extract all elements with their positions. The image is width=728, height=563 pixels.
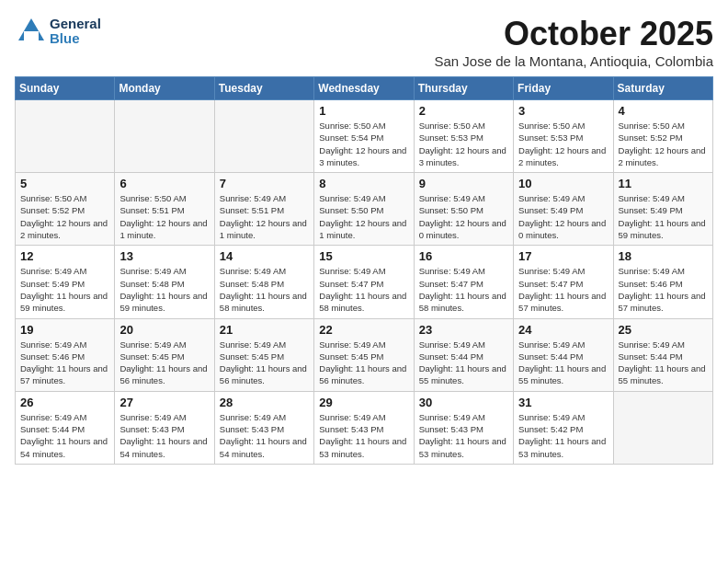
table-row: 29Sunrise: 5:49 AM Sunset: 5:43 PM Dayli… — [314, 391, 414, 464]
day-info: Sunrise: 5:49 AM Sunset: 5:43 PM Dayligh… — [119, 411, 209, 460]
table-row: 5Sunrise: 5:50 AM Sunset: 5:52 PM Daylig… — [16, 173, 115, 246]
day-info: Sunrise: 5:49 AM Sunset: 5:46 PM Dayligh… — [20, 339, 109, 387]
day-number: 30 — [419, 396, 508, 409]
table-row: 7Sunrise: 5:49 AM Sunset: 5:51 PM Daylig… — [214, 173, 313, 246]
day-number: 6 — [119, 177, 209, 190]
day-info: Sunrise: 5:49 AM Sunset: 5:43 PM Dayligh… — [319, 411, 408, 460]
table-row: 31Sunrise: 5:49 AM Sunset: 5:42 PM Dayli… — [514, 391, 613, 464]
day-number: 12 — [20, 249, 109, 263]
day-number: 27 — [119, 396, 209, 409]
day-info: Sunrise: 5:49 AM Sunset: 5:49 PM Dayligh… — [20, 265, 109, 314]
day-info: Sunrise: 5:49 AM Sunset: 5:43 PM Dayligh… — [419, 411, 508, 460]
day-info: Sunrise: 5:49 AM Sunset: 5:47 PM Dayligh… — [518, 265, 608, 314]
day-info: Sunrise: 5:49 AM Sunset: 5:48 PM Dayligh… — [119, 265, 209, 314]
day-number: 17 — [518, 249, 608, 263]
logo-general: General — [50, 17, 101, 32]
table-row: 3Sunrise: 5:50 AM Sunset: 5:53 PM Daylig… — [514, 100, 613, 173]
table-row: 16Sunrise: 5:49 AM Sunset: 5:47 PM Dayli… — [414, 246, 513, 318]
table-row — [115, 100, 214, 173]
table-row: 27Sunrise: 5:49 AM Sunset: 5:43 PM Dayli… — [115, 391, 214, 464]
col-thursday: Thursday — [414, 77, 513, 100]
day-info: Sunrise: 5:49 AM Sunset: 5:48 PM Dayligh… — [220, 265, 309, 314]
table-row: 22Sunrise: 5:49 AM Sunset: 5:45 PM Dayli… — [314, 318, 414, 391]
table-row — [214, 100, 313, 173]
calendar-week-row: 5Sunrise: 5:50 AM Sunset: 5:52 PM Daylig… — [16, 173, 713, 246]
table-row: 18Sunrise: 5:49 AM Sunset: 5:46 PM Dayli… — [613, 246, 712, 318]
day-number: 1 — [319, 104, 408, 118]
day-info: Sunrise: 5:49 AM Sunset: 5:46 PM Dayligh… — [619, 265, 708, 314]
table-row — [16, 100, 115, 173]
day-number: 18 — [619, 249, 708, 263]
day-info: Sunrise: 5:49 AM Sunset: 5:45 PM Dayligh… — [119, 339, 209, 387]
logo-text: General Blue — [50, 17, 101, 47]
calendar-week-row: 1Sunrise: 5:50 AM Sunset: 5:54 PM Daylig… — [16, 100, 713, 173]
table-row: 8Sunrise: 5:49 AM Sunset: 5:50 PM Daylig… — [314, 173, 414, 246]
day-info: Sunrise: 5:49 AM Sunset: 5:42 PM Dayligh… — [518, 411, 608, 460]
calendar-week-row: 26Sunrise: 5:49 AM Sunset: 5:44 PM Dayli… — [16, 391, 713, 464]
table-row — [613, 391, 712, 464]
day-number: 31 — [518, 396, 608, 409]
day-info: Sunrise: 5:49 AM Sunset: 5:51 PM Dayligh… — [220, 192, 309, 241]
day-info: Sunrise: 5:49 AM Sunset: 5:43 PM Dayligh… — [220, 411, 309, 460]
table-row: 26Sunrise: 5:49 AM Sunset: 5:44 PM Dayli… — [16, 391, 115, 464]
col-wednesday: Wednesday — [314, 77, 414, 100]
day-number: 21 — [220, 323, 309, 337]
day-number: 3 — [518, 104, 608, 118]
day-info: Sunrise: 5:50 AM Sunset: 5:54 PM Dayligh… — [319, 120, 408, 168]
day-number: 5 — [20, 177, 109, 190]
table-row: 28Sunrise: 5:49 AM Sunset: 5:43 PM Dayli… — [214, 391, 313, 464]
table-row: 6Sunrise: 5:50 AM Sunset: 5:51 PM Daylig… — [115, 173, 214, 246]
day-info: Sunrise: 5:49 AM Sunset: 5:49 PM Dayligh… — [619, 192, 708, 241]
day-number: 16 — [419, 249, 508, 263]
calendar-header-row: Sunday Monday Tuesday Wednesday Thursday… — [16, 77, 713, 100]
logo-blue: Blue — [50, 31, 101, 47]
day-info: Sunrise: 5:49 AM Sunset: 5:45 PM Dayligh… — [220, 339, 309, 387]
day-info: Sunrise: 5:49 AM Sunset: 5:45 PM Dayligh… — [319, 339, 408, 387]
day-info: Sunrise: 5:49 AM Sunset: 5:50 PM Dayligh… — [319, 192, 408, 241]
calendar-week-row: 12Sunrise: 5:49 AM Sunset: 5:49 PM Dayli… — [16, 246, 713, 318]
day-info: Sunrise: 5:49 AM Sunset: 5:44 PM Dayligh… — [518, 339, 608, 387]
day-info: Sunrise: 5:49 AM Sunset: 5:50 PM Dayligh… — [419, 192, 508, 241]
logo: General Blue — [15, 15, 101, 48]
day-number: 29 — [319, 396, 408, 409]
table-row: 13Sunrise: 5:49 AM Sunset: 5:48 PM Dayli… — [115, 246, 214, 318]
table-row: 2Sunrise: 5:50 AM Sunset: 5:53 PM Daylig… — [414, 100, 513, 173]
day-info: Sunrise: 5:50 AM Sunset: 5:52 PM Dayligh… — [619, 120, 708, 168]
day-number: 11 — [619, 177, 708, 190]
day-info: Sunrise: 5:49 AM Sunset: 5:47 PM Dayligh… — [319, 265, 408, 314]
day-info: Sunrise: 5:49 AM Sunset: 5:47 PM Dayligh… — [419, 265, 508, 314]
location-subtitle: San Jose de la Montana, Antioquia, Colom… — [434, 53, 713, 69]
day-info: Sunrise: 5:49 AM Sunset: 5:49 PM Dayligh… — [518, 192, 608, 241]
day-number: 24 — [518, 323, 608, 337]
table-row: 12Sunrise: 5:49 AM Sunset: 5:49 PM Dayli… — [16, 246, 115, 318]
day-number: 4 — [619, 104, 708, 118]
table-row: 23Sunrise: 5:49 AM Sunset: 5:44 PM Dayli… — [414, 318, 513, 391]
day-info: Sunrise: 5:49 AM Sunset: 5:44 PM Dayligh… — [619, 339, 708, 387]
day-number: 20 — [119, 323, 209, 337]
table-row: 25Sunrise: 5:49 AM Sunset: 5:44 PM Dayli… — [613, 318, 712, 391]
svg-rect-2 — [24, 31, 39, 40]
col-monday: Monday — [115, 77, 214, 100]
day-info: Sunrise: 5:49 AM Sunset: 5:44 PM Dayligh… — [20, 411, 109, 460]
month-title: October 2025 — [434, 15, 713, 53]
col-sunday: Sunday — [16, 77, 115, 100]
logo-icon — [15, 15, 48, 48]
day-number: 26 — [20, 396, 109, 409]
table-row: 11Sunrise: 5:49 AM Sunset: 5:49 PM Dayli… — [613, 173, 712, 246]
col-friday: Friday — [514, 77, 613, 100]
day-number: 15 — [319, 249, 408, 263]
table-row: 15Sunrise: 5:49 AM Sunset: 5:47 PM Dayli… — [314, 246, 414, 318]
day-number: 8 — [319, 177, 408, 190]
day-number: 25 — [619, 323, 708, 337]
table-row: 19Sunrise: 5:49 AM Sunset: 5:46 PM Dayli… — [16, 318, 115, 391]
day-info: Sunrise: 5:50 AM Sunset: 5:53 PM Dayligh… — [419, 120, 508, 168]
day-info: Sunrise: 5:50 AM Sunset: 5:53 PM Dayligh… — [518, 120, 608, 168]
col-tuesday: Tuesday — [214, 77, 313, 100]
table-row: 1Sunrise: 5:50 AM Sunset: 5:54 PM Daylig… — [314, 100, 414, 173]
table-row: 17Sunrise: 5:49 AM Sunset: 5:47 PM Dayli… — [514, 246, 613, 318]
day-number: 14 — [220, 249, 309, 263]
table-row: 4Sunrise: 5:50 AM Sunset: 5:52 PM Daylig… — [613, 100, 712, 173]
day-number: 28 — [220, 396, 309, 409]
day-number: 23 — [419, 323, 508, 337]
col-saturday: Saturday — [613, 77, 712, 100]
